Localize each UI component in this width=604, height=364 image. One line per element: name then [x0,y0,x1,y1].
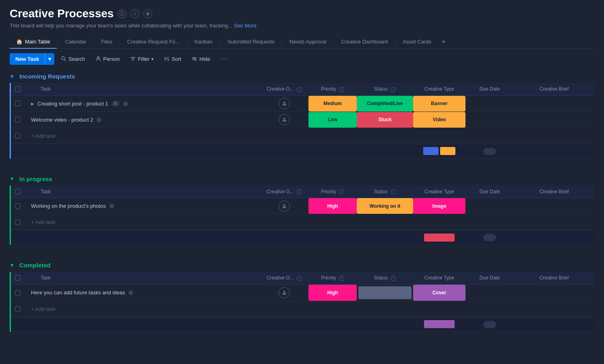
incoming-requests-title: Incoming Requests [19,73,75,80]
svg-point-2 [97,57,99,59]
comp-add-task-cell: + Add task [25,301,594,317]
completed-owner-info[interactable]: i [297,276,302,281]
add-circle-icon[interactable]: ⊕ [143,9,152,18]
comp-row1-checkbox[interactable] [15,290,21,296]
inprogress-add-task-button[interactable]: + Add task [28,217,591,227]
inprogress-owner-info[interactable]: i [297,189,302,194]
row1-task-cell: ▶ Creating short post - product 1 4 ⊕ [25,95,260,112]
new-task-caret[interactable]: ▾ [45,53,54,65]
ip-summary-status [357,230,413,245]
ip-row1-status-cell: Working on it [357,198,413,214]
in-progress-title: In progress [19,176,52,182]
incoming-add-task-button[interactable]: + Add task [28,131,591,141]
comp-row1-priority-pill[interactable]: High [308,285,357,301]
tab-creative-dashboard[interactable]: Creative Dashboard [335,35,395,49]
completed-priority-info[interactable]: i [339,276,344,281]
row2-status-cell: Stuck [357,112,413,128]
row1-priority-cell: Medium [308,95,357,112]
incoming-summary-creative-type [413,144,465,158]
tab-files[interactable]: Files [95,35,118,49]
completed-header[interactable]: ▼ Completed [10,258,594,272]
search-button[interactable]: Search [57,54,89,64]
hide-icon [192,56,197,62]
ip-row1-priority-cell: High [308,198,357,214]
tab-asset-cards[interactable]: Asset Cards [396,35,438,49]
row1-checkbox[interactable] [15,101,21,106]
tab-needs-approval[interactable]: Needs Approval [283,35,333,49]
select-all-checkbox[interactable] [15,86,21,92]
completed-priority-header: Priority i [308,272,357,284]
row1-status-pill[interactable]: Completed/Live [357,96,413,112]
new-task-button[interactable]: New Task ▾ [10,53,54,65]
star-icon[interactable]: ☆ [130,9,139,18]
tab-kanban[interactable]: Kanban [188,35,219,49]
row1-task-content: ▶ Creating short post - product 1 4 ⊕ [28,100,260,108]
completed-select-all[interactable] [10,272,25,284]
status-info-icon[interactable]: i [391,87,396,92]
comp-summary-owner [260,317,308,331]
info-icon[interactable]: ⓘ [118,9,126,18]
add-row-checkbox[interactable] [15,133,21,139]
inprogress-status-header: Status i [357,186,413,198]
row2-add-icon[interactable]: ⊕ [96,116,101,124]
new-task-label: New Task [10,53,45,65]
ip-row1-add-icon[interactable]: ⊕ [109,202,114,210]
hide-button[interactable]: Hide [188,54,214,64]
owner-info-icon[interactable]: i [297,87,302,92]
ip-add-checkbox [10,214,25,230]
row2-checkbox[interactable] [15,117,21,122]
completed-status-info[interactable]: i [391,276,396,281]
tab-submitted[interactable]: Submitted Requests [221,35,281,49]
row2-priority-pill[interactable]: Low [308,112,357,128]
comp-add-checkbox[interactable] [15,306,21,312]
svg-point-0 [62,57,65,60]
ip-row1-avatar [279,201,290,212]
incoming-select-all[interactable] [10,83,25,95]
comp-row1-add-icon[interactable]: ⊕ [128,289,133,296]
person-button[interactable]: Person [91,54,124,64]
incoming-requests-header[interactable]: ▼ Incoming Requests [10,69,594,83]
ip-row1-checkbox[interactable] [15,203,21,209]
inprogress-priority-info[interactable]: i [339,189,344,194]
inprogress-select-all[interactable] [10,186,25,198]
ip-row1-status-pill[interactable]: Working on it [357,198,413,214]
ip-summary-priority [308,230,357,245]
add-tab-button[interactable]: + [438,36,449,48]
comp-row1-owner-cell [260,284,308,301]
row1-priority-pill[interactable]: Medium [308,96,357,112]
completed-add-task-button[interactable]: + Add task [28,304,591,314]
person-icon [95,56,101,62]
more-options-button[interactable]: ··· [217,53,232,65]
sort-button[interactable]: Sort [160,54,185,64]
ip-row1-creative-type-pill[interactable]: Image [413,198,465,214]
priority-info-icon[interactable]: i [339,87,344,92]
inprogress-select-all-checkbox[interactable] [15,189,21,194]
see-more-link[interactable]: See More [234,23,256,29]
comp-summary-creative-type [413,317,465,331]
nav-divider-4 [187,39,187,45]
completed-select-all-checkbox[interactable] [15,275,21,281]
incoming-summary-row: - [10,144,595,158]
comp-row1-creative-type-pill[interactable]: Cover [413,285,465,301]
inprogress-status-info[interactable]: i [391,189,396,194]
incoming-due-date-header: Due Date [465,83,514,95]
row1-creative-type-pill[interactable]: Banner [413,96,465,112]
filter-button[interactable]: Filter ▾ [126,54,157,64]
comp-row1-task-name: Here you can add future tasks and ideas [31,290,125,296]
tab-creative-request[interactable]: Creative Request Fo... [121,35,186,49]
nav-divider-3 [120,39,120,45]
in-progress-header[interactable]: ▼ In progress [10,172,594,186]
row1-add-icon[interactable]: ⊕ [123,100,128,108]
tab-main-table[interactable]: 🏠 Main Table [10,35,57,49]
row2-creative-type-pill[interactable]: Video [413,112,465,128]
row1-count-badge: 4 [112,101,120,106]
ip-add-checkbox[interactable] [15,219,21,225]
ip-row1-priority-pill[interactable]: High [308,198,357,214]
filter-label: Filter [138,56,149,62]
row2-status-pill[interactable]: Stuck [357,112,413,128]
inprogress-add-task-row: + Add task [10,214,595,230]
incoming-summary-brief [514,144,594,158]
row1-expand-arrow[interactable]: ▶ [31,101,34,106]
tab-calendar[interactable]: Calendar [59,35,93,49]
incoming-requests-section: ▼ Incoming Requests Task Creative O... i [10,69,594,159]
